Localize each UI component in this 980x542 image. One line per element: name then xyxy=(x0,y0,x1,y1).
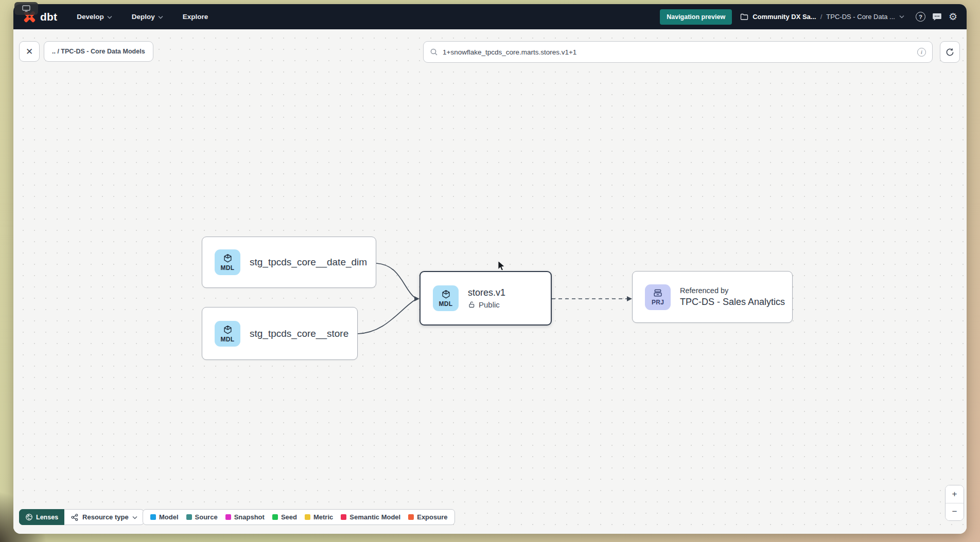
cube-icon xyxy=(441,289,451,300)
chevron-down-icon xyxy=(107,15,112,19)
nav-item-deploy[interactable]: Deploy xyxy=(132,13,163,21)
info-icon[interactable]: i xyxy=(917,48,926,57)
lineage-canvas[interactable]: ✕ .. / TPC-DS - Core Data Models i xyxy=(13,29,967,534)
cube-icon xyxy=(222,324,233,335)
resource-legend: Model Source Snapshot Seed Metric Semant… xyxy=(143,509,455,525)
lineage-breadcrumb-button[interactable]: .. / TPC-DS - Core Data Models xyxy=(44,41,153,62)
model-badge: MDL xyxy=(215,321,240,347)
help-icon: ? xyxy=(916,12,925,22)
arrowhead xyxy=(414,296,419,301)
model-badge: MDL xyxy=(215,249,240,275)
legend-swatch xyxy=(305,514,310,520)
close-lineage-button[interactable]: ✕ xyxy=(19,41,40,62)
lens-controls: Lenses Resource type xyxy=(19,509,144,525)
resource-type-label: Resource type xyxy=(82,513,129,521)
legend-swatch xyxy=(150,514,156,520)
node-stg-tpcds-core-date-dim[interactable]: MDL stg_tpcds_core__date_dim xyxy=(202,237,376,288)
badge-label: MDL xyxy=(221,336,235,343)
legend-item-source: Source xyxy=(186,513,218,521)
lenses-label: Lenses xyxy=(36,514,58,521)
node-label: stores.v1 xyxy=(468,287,505,298)
legend-item-semantic-model: Semantic Model xyxy=(341,513,400,521)
resource-type-button[interactable]: Resource type xyxy=(64,509,144,525)
nav-item-label: Explore xyxy=(183,13,208,21)
referenced-by-label: Referenced by xyxy=(680,286,785,295)
arrowhead xyxy=(627,296,632,301)
legend-label: Metric xyxy=(313,513,333,521)
legend-item-snapshot: Snapshot xyxy=(225,513,265,521)
gear-icon: ⚙ xyxy=(949,12,957,22)
legend-label: Exposure xyxy=(417,513,447,521)
chevron-down-icon xyxy=(158,15,163,19)
nav-item-explore[interactable]: Explore xyxy=(183,13,208,21)
archive-stack-icon xyxy=(653,288,663,298)
badge-label: PRJ xyxy=(652,299,664,306)
node-label: TPC-DS - Sales Analytics xyxy=(680,297,785,308)
resource-type-icon xyxy=(71,513,79,521)
legend-swatch xyxy=(186,514,192,520)
legend-swatch xyxy=(341,514,346,520)
search-input[interactable] xyxy=(443,48,913,56)
legend-label: Model xyxy=(159,513,179,521)
legend-label: Seed xyxy=(281,513,297,521)
node-stg-tpcds-core-store[interactable]: MDL stg_tpcds_core__store xyxy=(202,307,358,360)
feedback-button[interactable] xyxy=(932,12,942,22)
project-badge: PRJ xyxy=(645,284,671,310)
edge-date-dim-to-stores xyxy=(376,263,414,297)
feedback-chat-icon xyxy=(932,12,942,22)
path-separator: / xyxy=(820,13,822,21)
lenses-button[interactable]: Lenses xyxy=(19,509,64,525)
mouse-cursor xyxy=(497,260,506,272)
model-badge: MDL xyxy=(433,285,459,311)
legend-item-model: Model xyxy=(150,513,179,521)
zoom-out-button[interactable]: − xyxy=(946,503,964,521)
folder-icon xyxy=(740,13,748,21)
close-icon: ✕ xyxy=(26,46,33,57)
help-button[interactable]: ? xyxy=(916,12,925,22)
node-stores-v1[interactable]: MDL stores.v1 Public xyxy=(419,271,552,326)
nav-item-develop[interactable]: Develop xyxy=(77,13,112,21)
dbt-logo-text: dbt xyxy=(40,11,57,23)
navigation-preview-badge[interactable]: Navigation preview xyxy=(660,9,732,25)
legend-item-metric: Metric xyxy=(305,513,333,521)
badge-label: MDL xyxy=(221,264,235,272)
legend-swatch xyxy=(225,514,231,520)
account-breadcrumb[interactable]: Community DX Sa... / TPC-DS - Core Data … xyxy=(740,13,904,21)
legend-item-exposure: Exposure xyxy=(408,513,447,521)
zoom-controls: + − xyxy=(945,485,964,521)
screen-share-indicator xyxy=(14,2,38,15)
chevron-down-icon xyxy=(132,516,137,519)
node-referenced-by-project[interactable]: PRJ Referenced by TPC-DS - Sales Analyti… xyxy=(632,271,793,323)
node-access: Public xyxy=(468,300,505,309)
settings-button[interactable]: ⚙ xyxy=(949,12,957,22)
access-label: Public xyxy=(479,300,500,309)
node-label: stg_tpcds_core__date_dim xyxy=(250,257,367,268)
navbar-icons: ? ⚙ xyxy=(916,12,957,22)
nav-item-label: Deploy xyxy=(132,13,155,21)
legend-label: Source xyxy=(195,513,218,521)
badge-label: MDL xyxy=(439,300,453,308)
account-name: Community DX Sa... xyxy=(752,13,816,21)
zoom-in-button[interactable]: + xyxy=(946,485,964,503)
unlock-icon xyxy=(468,301,476,309)
refresh-icon xyxy=(946,48,954,57)
top-navbar: dbt Develop Deploy Explore Navigation pr… xyxy=(13,4,967,29)
node-label: stg_tpcds_core__store xyxy=(250,328,348,339)
refresh-lineage-button[interactable] xyxy=(940,41,960,63)
navbar-right: Navigation preview Community DX Sa... / … xyxy=(660,9,957,25)
app-window: dbt Develop Deploy Explore Navigation pr… xyxy=(13,4,967,534)
monitor-icon xyxy=(22,5,30,12)
lineage-search[interactable]: i xyxy=(423,41,933,63)
lenses-aperture-icon xyxy=(25,513,33,521)
cube-icon xyxy=(222,253,233,264)
search-icon xyxy=(430,48,438,56)
legend-swatch xyxy=(272,514,278,520)
edge-store-to-stores xyxy=(358,300,414,334)
nav-menu: Develop Deploy Explore xyxy=(77,13,208,21)
legend-label: Snapshot xyxy=(234,513,265,521)
node-text: Referenced by TPC-DS - Sales Analytics xyxy=(680,286,785,308)
nav-item-label: Develop xyxy=(77,13,104,21)
legend-label: Semantic Model xyxy=(349,513,400,521)
chevron-down-icon xyxy=(899,15,904,19)
legend-swatch xyxy=(408,514,414,520)
